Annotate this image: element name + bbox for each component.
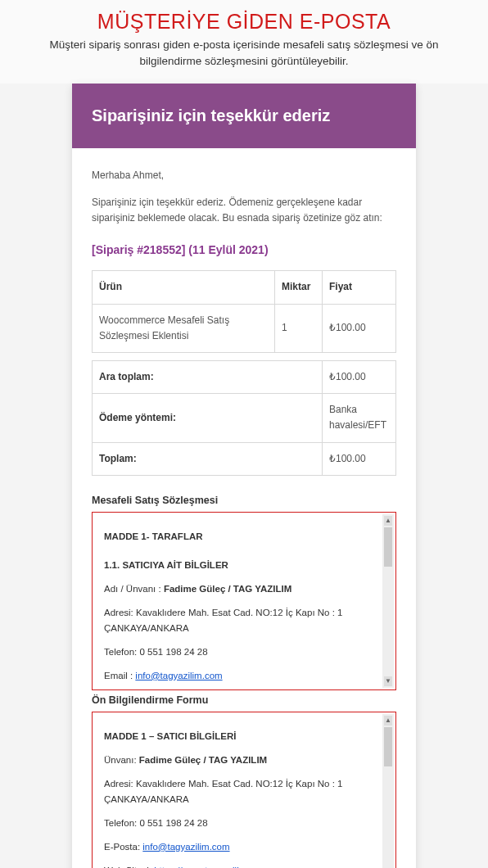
contract2-address: Adresi: Kavaklıdere Mah. Esat Cad. NO:12… [104, 776, 373, 807]
contract2-name-line: Ünvanı: Fadime Güleç / TAG YAZILIM [104, 753, 373, 768]
contract2-content: MADDE 1 – SATICI BİLGİLERİ Ünvanı: Fadim… [104, 729, 384, 868]
contract1-address: Adresi: Kavaklıdere Mah. Esat Cad. NO:12… [104, 605, 373, 636]
contract2-email: E-Posta: info@tagyazilim.com [104, 839, 373, 855]
email-greeting: Merhaba Ahmet, [92, 168, 396, 183]
payment-value: Banka havalesi/EFT [323, 394, 396, 442]
order-summary-table: Ürün Miktar Fiyat Woocommerce Mesafeli S… [92, 270, 396, 475]
page-title: MÜŞTERİYE GİDEN E-POSTA [0, 0, 488, 37]
email-intro-text: Siparişiniz için teşekkür ederiz. Ödemen… [92, 195, 396, 226]
item-qty: 1 [275, 304, 323, 352]
col-product: Ürün [93, 271, 275, 304]
item-name: Woocommerce Mesafeli Satış Sözleşmesi Ek… [93, 304, 275, 352]
table-gap [93, 353, 396, 361]
scrollbar[interactable]: ▲ ▼ [382, 514, 394, 688]
scrollbar[interactable]: ▲ ▼ [382, 714, 394, 868]
subtotal-value: ₺100.00 [323, 361, 396, 394]
email-body: Merhaba Ahmet, Siparişiniz için teşekkür… [72, 148, 416, 869]
contract1-title: Mesafeli Satış Sözleşmesi [92, 492, 396, 509]
email-link[interactable]: info@tagyazilim.com [135, 671, 222, 680]
email-card: Siparişiniz için teşekkür ederiz Merhaba… [72, 84, 416, 869]
contract2-web: Web Sitesi: https://www.tagyazilim.com [104, 863, 373, 868]
contract2-box[interactable]: ▲ ▼ MADDE 1 – SATICI BİLGİLERİ Ünvanı: F… [92, 712, 396, 868]
label: Ünvanı: [104, 755, 139, 765]
col-qty: Miktar [275, 271, 323, 304]
total-label: Toplam: [93, 442, 323, 475]
contract1-email: Email : info@tagyazilim.com [104, 668, 373, 684]
col-price: Fiyat [323, 271, 396, 304]
item-price: ₺100.00 [323, 304, 396, 352]
email-header: Siparişiniz için teşekkür ederiz [72, 84, 416, 148]
contract1-h1: MADDE 1- TARAFLAR [104, 529, 373, 545]
order-heading: [Sipariş #218552] (11 Eylül 2021) [92, 241, 396, 259]
contract2-phone: Telefon: 0 551 198 24 28 [104, 816, 373, 831]
email-link[interactable]: info@tagyazilim.com [142, 842, 229, 852]
scroll-up-icon[interactable]: ▲ [384, 516, 392, 526]
label: E-Posta: [104, 842, 142, 852]
contract1-name-line: Adı / Ünvanı : Fadime Güleç / TAG YAZILI… [104, 581, 373, 597]
label: Web Sitesi: [104, 866, 154, 868]
scroll-up-icon[interactable]: ▲ [384, 716, 392, 726]
value-bold: Fadime Güleç / TAG YAZILIM [164, 584, 291, 594]
email-preview-wrap: Siparişiniz için teşekkür ederiz Merhaba… [0, 84, 488, 869]
scroll-thumb[interactable] [384, 527, 392, 567]
label: Email : [104, 671, 135, 680]
subtotal-label: Ara toplam: [93, 361, 323, 394]
payment-label: Ödeme yöntemi: [93, 394, 323, 442]
scroll-thumb[interactable] [384, 727, 392, 766]
subtotal-row: Ara toplam: ₺100.00 [93, 361, 396, 394]
page-subtitle: Müşteri sipariş sonrası giden e-posta iç… [0, 37, 488, 84]
contract1-phone: Telefon: 0 551 198 24 28 [104, 644, 373, 660]
contract2-h1: MADDE 1 – SATICI BİLGİLERİ [104, 729, 373, 744]
scroll-down-icon[interactable]: ▼ [384, 676, 392, 686]
value-bold: Fadime Güleç / TAG YAZILIM [139, 755, 267, 765]
contract2-title: Ön Bilgilendirme Formu [92, 692, 396, 708]
label: Adı / Ünvanı : [104, 584, 164, 594]
contract1-h2: 1.1. SATICIYA AİT BİLGİLER [104, 558, 373, 573]
table-row: Woocommerce Mesafeli Satış Sözleşmesi Ek… [93, 304, 396, 352]
table-header-row: Ürün Miktar Fiyat [93, 271, 396, 304]
contract1-content: MADDE 1- TARAFLAR 1.1. SATICIYA AİT BİLG… [104, 529, 384, 690]
total-row: Toplam: ₺100.00 [93, 442, 396, 475]
contract1-box[interactable]: ▲ ▼ MADDE 1- TARAFLAR 1.1. SATICIYA AİT … [92, 512, 396, 690]
payment-row: Ödeme yöntemi: Banka havalesi/EFT [93, 394, 396, 442]
total-value: ₺100.00 [323, 442, 396, 475]
website-link[interactable]: https://www.tagyazilim.com [154, 866, 267, 868]
